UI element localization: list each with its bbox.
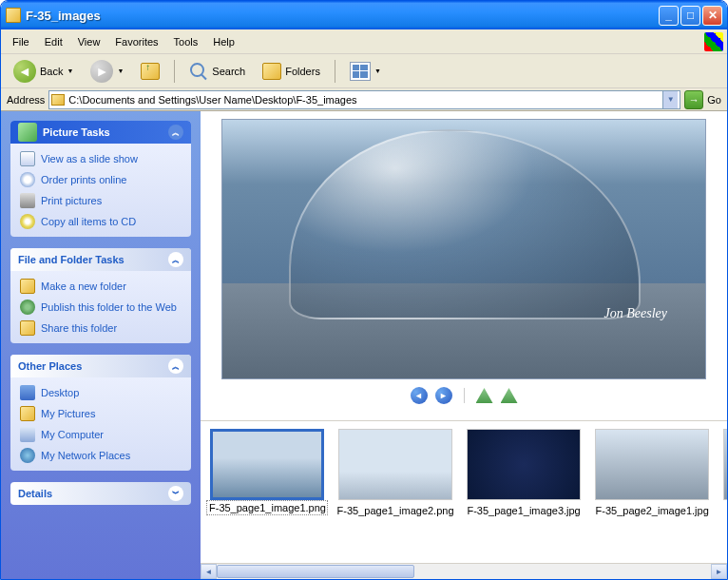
search-icon — [189, 62, 208, 81]
back-button[interactable]: ◄ Back ▼ — [7, 56, 80, 87]
explorer-window: F-35_images _ □ ✕ File Edit View Favorit… — [0, 0, 728, 580]
content-area: Picture Tasks ︽ View as a slide show Ord… — [1, 111, 727, 579]
menu-help[interactable]: Help — [205, 33, 242, 50]
other-places-panel: Other Places ︽ Desktop My Pictures My Co… — [10, 355, 191, 471]
thumbnail-image — [723, 429, 727, 500]
addressbar: Address C:\Documents and Settings\User N… — [1, 88, 727, 111]
address-input[interactable]: C:\Documents and Settings\User Name\Desk… — [48, 90, 680, 109]
horizontal-scrollbar[interactable]: ◄ ► — [201, 563, 727, 579]
scroll-thumb[interactable] — [217, 565, 414, 578]
collapse-icon: ︽ — [168, 125, 183, 140]
minimize-button[interactable]: _ — [659, 6, 679, 26]
place-label: My Network Places — [41, 450, 130, 461]
separator — [174, 60, 175, 83]
signature-text: Jon Beesley — [604, 306, 667, 321]
task-copy-cd[interactable]: Copy all items to CD — [20, 214, 182, 229]
menu-edit[interactable]: Edit — [37, 33, 70, 50]
cd-icon — [20, 214, 35, 229]
menu-view[interactable]: View — [70, 33, 108, 50]
thumbnail-item[interactable]: F-35_page1_image3.jpg — [463, 429, 584, 517]
back-label: Back — [40, 66, 63, 77]
chevron-down-icon: ▼ — [67, 68, 73, 74]
task-order-prints[interactable]: Order prints online — [20, 172, 182, 187]
task-share-folder[interactable]: Share this folder — [20, 320, 182, 336]
titlebar[interactable]: F-35_images _ □ ✕ — [1, 1, 727, 29]
new-folder-icon — [20, 279, 35, 294]
close-button[interactable]: ✕ — [702, 6, 722, 26]
menu-favorites[interactable]: Favorites — [107, 33, 165, 50]
separator — [335, 60, 335, 83]
menu-file[interactable]: File — [5, 33, 37, 50]
thumbnail-image — [338, 429, 452, 500]
task-label: Copy all items to CD — [41, 216, 136, 227]
forward-button[interactable]: ► ▼ — [84, 56, 130, 87]
folder-icon — [20, 406, 35, 421]
thumbnail-label: F-35_page2_image1.jpg — [591, 504, 713, 517]
computer-icon — [20, 427, 35, 442]
back-arrow-icon: ◄ — [13, 60, 36, 83]
preview-controls: ◄ ► — [403, 379, 526, 412]
panel-title: Details — [18, 488, 52, 499]
maximize-button[interactable]: □ — [680, 6, 700, 26]
go-label: Go — [707, 94, 721, 106]
up-button[interactable] — [134, 59, 166, 84]
address-label: Address — [7, 94, 45, 106]
file-tasks-header[interactable]: File and Folder Tasks ︽ — [10, 248, 191, 271]
scroll-track[interactable] — [217, 564, 711, 579]
print-icon — [20, 193, 35, 208]
rotate-cw-button[interactable] — [501, 388, 518, 403]
task-label: Make a new folder — [41, 280, 126, 292]
preview-image[interactable]: Jon Beesley — [221, 119, 706, 379]
slideshow-icon — [20, 151, 35, 166]
picture-tasks-header[interactable]: Picture Tasks ︽ — [10, 121, 191, 144]
pictures-icon — [18, 123, 37, 142]
rotate-ccw-button[interactable] — [476, 388, 493, 403]
scroll-right-button[interactable]: ► — [711, 564, 727, 579]
forward-arrow-icon: ► — [90, 60, 113, 83]
place-my-computer[interactable]: My Computer — [20, 427, 182, 442]
thumbnail-item[interactable]: F-35_page1_image2.png — [335, 429, 456, 517]
folder-icon — [51, 94, 65, 106]
task-publish-web[interactable]: Publish this folder to the Web — [20, 300, 182, 315]
prev-image-button[interactable]: ◄ — [411, 387, 428, 404]
collapse-icon: ︽ — [168, 252, 183, 267]
task-new-folder[interactable]: Make a new folder — [20, 279, 182, 294]
chevron-down-icon: ▼ — [374, 68, 381, 74]
thumbnail-item[interactable]: F-35_p — [719, 429, 727, 517]
window-title: F-35_images — [26, 9, 659, 23]
place-desktop[interactable]: Desktop — [20, 385, 182, 400]
thumbnail-image — [210, 429, 324, 500]
task-label: View as a slide show — [41, 153, 138, 164]
thumbnail-item[interactable]: F-35_page1_image1.png — [206, 429, 328, 515]
collapse-icon: ︽ — [168, 358, 183, 374]
globe-icon — [20, 300, 35, 315]
task-label: Print pictures — [41, 195, 102, 206]
other-places-header[interactable]: Other Places ︽ — [10, 355, 191, 377]
place-label: My Pictures — [41, 408, 95, 419]
thumbnail-label: F-35_page1_image2.png — [335, 504, 456, 517]
menubar: File Edit View Favorites Tools Help — [1, 29, 727, 54]
share-icon — [20, 320, 35, 336]
address-dropdown[interactable]: ▼ — [662, 91, 678, 108]
filmstrip[interactable]: F-35_page1_image1.png F-35_page1_image2.… — [201, 420, 727, 563]
thumbnail-item[interactable]: F-35_page2_image1.jpg — [591, 429, 713, 517]
task-slideshow[interactable]: View as a slide show — [20, 151, 182, 166]
panel-title: File and Folder Tasks — [18, 254, 125, 265]
windows-flag-icon[interactable] — [704, 32, 723, 51]
folders-icon — [262, 63, 281, 80]
next-image-button[interactable]: ► — [435, 387, 452, 404]
scroll-left-button[interactable]: ◄ — [201, 564, 217, 579]
search-button[interactable]: Search — [182, 58, 252, 85]
go-button[interactable]: → — [684, 90, 703, 109]
preview-area: Jon Beesley ◄ ► — [201, 111, 727, 420]
views-button[interactable]: ▼ — [343, 58, 388, 85]
thumbnail-image — [595, 429, 709, 500]
menu-tools[interactable]: Tools — [166, 33, 206, 50]
details-header[interactable]: Details ︾ — [10, 482, 191, 505]
main-pane: Jon Beesley ◄ ► F-35_page1_image1.png — [201, 111, 727, 579]
place-label: Desktop — [41, 387, 79, 398]
place-network[interactable]: My Network Places — [20, 448, 182, 463]
folders-button[interactable]: Folders — [256, 59, 327, 84]
task-print[interactable]: Print pictures — [20, 193, 182, 208]
place-my-pictures[interactable]: My Pictures — [20, 406, 182, 421]
